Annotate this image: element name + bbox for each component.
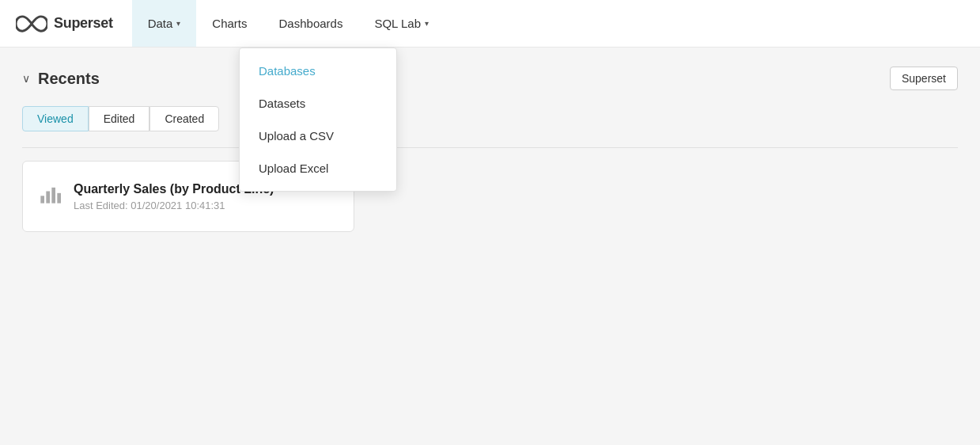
cards-row: Quarterly Sales (by Product Line) Last E… — [22, 161, 958, 232]
dropdown-upload-excel-label: Upload Excel — [259, 162, 328, 175]
svg-rect-0 — [40, 196, 44, 203]
logo-area: Superset — [16, 15, 113, 32]
filter-row: Viewed Edited Created — [22, 106, 958, 131]
recents-row: ∨ Recents — [22, 70, 100, 88]
nav-dashboards-label: Dashboards — [279, 17, 343, 30]
filter-btn-edited[interactable]: Edited — [89, 106, 150, 131]
page-header: ∨ Recents Superset — [22, 67, 958, 90]
nav-item-sql-lab[interactable]: SQL Lab ▾ — [358, 0, 445, 47]
navbar: Superset Data ▾ Charts Dashboards SQL La… — [0, 0, 980, 48]
recents-chevron-icon: ∨ — [22, 72, 30, 85]
nav-sqllab-label: SQL Lab — [374, 17, 421, 30]
logo-text: Superset — [54, 15, 113, 32]
dropdown-item-upload-csv[interactable]: Upload a CSV — [240, 120, 396, 152]
nav-data-label: Data — [148, 17, 173, 30]
main-content: ∨ Recents Superset Viewed Edited Created… — [0, 48, 980, 445]
nav-item-data[interactable]: Data ▾ — [132, 0, 197, 47]
dropdown-item-upload-excel[interactable]: Upload Excel — [240, 152, 396, 184]
data-dropdown-menu: Databases Datasets Upload a CSV Upload E… — [239, 48, 397, 192]
nav-items: Data ▾ Charts Dashboards SQL Lab ▾ — [132, 0, 445, 47]
recents-title: Recents — [38, 70, 100, 88]
filter-btn-viewed[interactable]: Viewed — [22, 106, 89, 131]
card-subtitle-quarterly-sales: Last Edited: 01/20/2021 10:41:31 — [74, 200, 274, 211]
superset-logo-icon — [16, 15, 47, 32]
svg-rect-3 — [57, 192, 61, 203]
superset-badge-button[interactable]: Superset — [890, 67, 958, 90]
nav-item-dashboards[interactable]: Dashboards — [263, 0, 359, 47]
dropdown-item-datasets[interactable]: Datasets — [240, 87, 396, 120]
nav-item-charts[interactable]: Charts — [196, 0, 263, 47]
nav-data-caret: ▾ — [176, 19, 180, 28]
bar-chart-icon — [39, 183, 61, 211]
svg-rect-1 — [46, 191, 50, 203]
nav-charts-label: Charts — [212, 17, 247, 30]
dropdown-databases-label: Databases — [259, 64, 316, 78]
dropdown-datasets-label: Datasets — [259, 97, 305, 110]
section-divider — [22, 147, 958, 148]
nav-sqllab-caret: ▾ — [425, 19, 429, 28]
dropdown-upload-csv-label: Upload a CSV — [259, 129, 334, 143]
filter-btn-created[interactable]: Created — [149, 106, 219, 131]
svg-rect-2 — [51, 187, 55, 203]
dropdown-item-databases[interactable]: Databases — [240, 55, 396, 87]
